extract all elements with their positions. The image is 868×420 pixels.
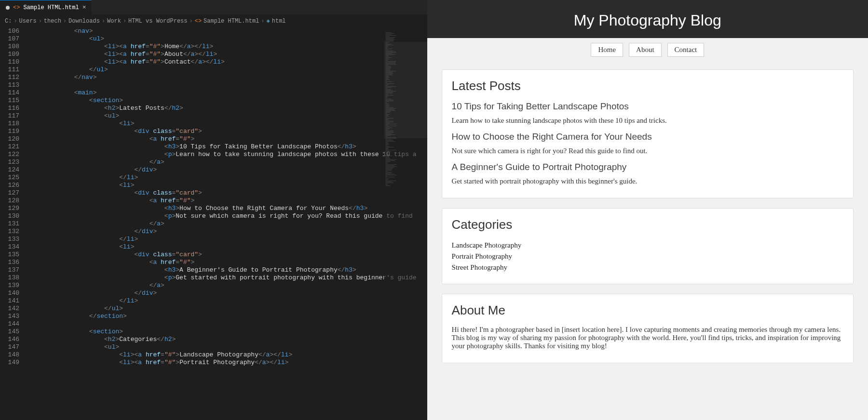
post-title[interactable]: How to Choose the Right Camera for Your … (452, 131, 843, 142)
nav-link-contact[interactable]: Contact (667, 43, 705, 57)
post-title[interactable]: 10 Tips for Taking Better Landscape Phot… (452, 101, 843, 112)
breadcrumb-segment[interactable]: HTML vs WordPress (128, 18, 187, 25)
code-area[interactable]: 106 107 108 109 110 111 112 113 114 115 … (0, 27, 427, 420)
nav-link-home[interactable]: Home (591, 43, 623, 57)
categories-card: Categories Landscape PhotographyPortrait… (442, 208, 854, 284)
category-link[interactable]: Street Photography (452, 262, 843, 273)
html-file-icon: <> (13, 4, 20, 11)
breadcrumb-segment[interactable]: C: (5, 18, 12, 25)
modified-dot-icon (6, 6, 10, 10)
page-title: My Photography Blog (427, 0, 868, 38)
tab-filename: Sample HTML.html (23, 4, 79, 11)
latest-posts-heading: Latest Posts (452, 79, 843, 93)
categories-heading: Categories (452, 217, 843, 232)
post-desc: Not sure which camera is right for you? … (452, 147, 843, 155)
close-icon[interactable]: × (82, 4, 86, 11)
post-desc: Get started with portrait photography wi… (452, 177, 843, 185)
editor-tab-bar: <> Sample HTML.html × (0, 0, 427, 14)
preview-nav: HomeAboutContact (427, 38, 868, 63)
preview-main: Latest Posts 10 Tips for Taking Better L… (427, 63, 868, 387)
line-number-gutter: 106 107 108 109 110 111 112 113 114 115 … (0, 27, 29, 420)
breadcrumb-segment[interactable]: thech (44, 18, 61, 25)
breadcrumb-segment[interactable]: Users (19, 18, 37, 25)
html-file-icon: <> (195, 18, 202, 25)
browser-preview: My Photography Blog HomeAboutContact Lat… (427, 0, 868, 420)
breadcrumb[interactable]: C:›Users›thech›Downloads›Work›HTML vs Wo… (0, 14, 427, 27)
code-editor: <> Sample HTML.html × C:›Users›thech›Dow… (0, 0, 427, 420)
minimap[interactable]: ▬▬▬▬▬▬▬▬▬▬ ▬▬▬▬▬▬▬▬▬▬▬▬▬▬▬ ▬▬▬▬▬▬▬▬▬▬▬ ▬… (384, 27, 427, 420)
breadcrumb-segment[interactable]: Work (107, 18, 121, 25)
about-text: Hi there! I'm a photographer based in [i… (452, 326, 843, 350)
latest-posts-card: Latest Posts 10 Tips for Taking Better L… (442, 69, 854, 198)
breadcrumb-segment[interactable]: Downloads (68, 18, 100, 25)
category-link[interactable]: Landscape Photography (452, 240, 843, 251)
post-desc: Learn how to take stunning landscape pho… (452, 117, 843, 125)
html-element-icon: ◈ (267, 17, 270, 25)
breadcrumb-segment[interactable]: Sample HTML.html (203, 18, 259, 25)
about-card: About Me Hi there! I'm a photographer ba… (442, 294, 854, 363)
minimap-viewport[interactable] (384, 42, 427, 138)
code-content[interactable]: <nav> <ul> <li><a href="#">Home</a></li>… (29, 27, 427, 420)
category-link[interactable]: Portrait Photography (452, 251, 843, 262)
breadcrumb-segment[interactable]: html (272, 18, 286, 25)
post-title[interactable]: A Beginner's Guide to Portrait Photograp… (452, 162, 843, 172)
nav-link-about[interactable]: About (629, 43, 662, 57)
about-heading: About Me (452, 303, 843, 318)
editor-tab[interactable]: <> Sample HTML.html × (0, 0, 92, 14)
